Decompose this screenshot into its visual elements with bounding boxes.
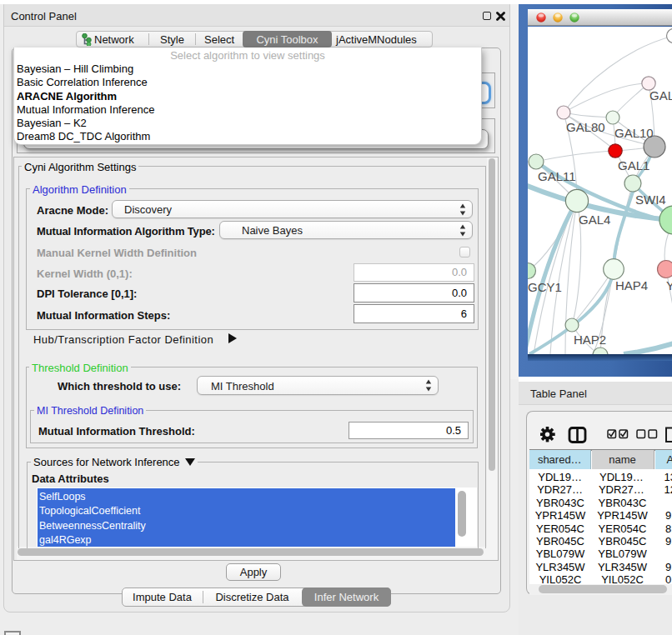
svg-text:GAL80: GAL80 bbox=[566, 120, 605, 134]
svg-text:GAL11: GAL11 bbox=[538, 169, 576, 183]
svg-text:GCY1: GCY1 bbox=[528, 280, 562, 294]
svg-text:SWI4: SWI4 bbox=[635, 192, 666, 207]
svg-text:HAP2: HAP2 bbox=[574, 332, 606, 347]
svg-text:GAL4: GAL4 bbox=[579, 212, 610, 227]
svg-text:GAL1: GAL1 bbox=[618, 158, 649, 172]
svg-text:HAP4: HAP4 bbox=[615, 278, 648, 292]
svg-text:GAL10: GAL10 bbox=[614, 126, 654, 140]
svg-text:Y: Y bbox=[666, 278, 672, 292]
svg-text:GAL: GAL bbox=[649, 88, 672, 102]
